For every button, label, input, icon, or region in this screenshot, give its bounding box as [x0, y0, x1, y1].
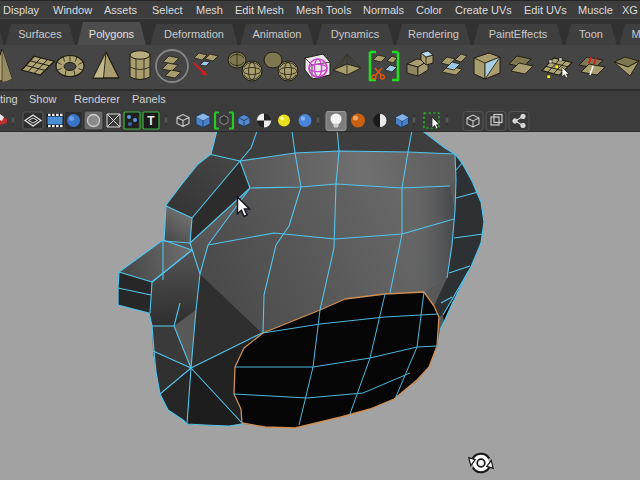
svg-text:T: T — [147, 114, 155, 128]
